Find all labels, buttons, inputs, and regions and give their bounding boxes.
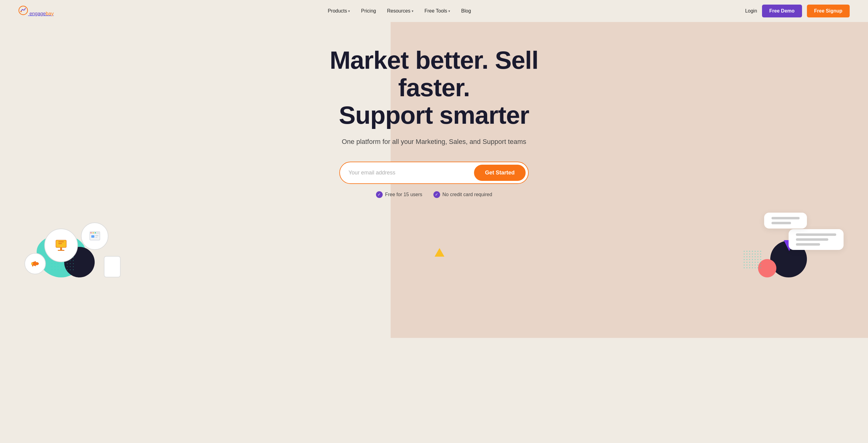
svg-rect-17 bbox=[31, 263, 33, 265]
check-icon: ✓ bbox=[376, 191, 383, 198]
logo-icon bbox=[18, 5, 28, 15]
svg-rect-4 bbox=[58, 243, 62, 244]
icon-circle-browser bbox=[81, 223, 108, 250]
svg-point-14 bbox=[95, 232, 96, 233]
svg-point-1 bbox=[21, 11, 22, 12]
teal-dots-right bbox=[743, 250, 761, 268]
speech-bubble-secondary bbox=[764, 213, 807, 229]
svg-rect-6 bbox=[58, 250, 64, 251]
nav-item-resources[interactable]: Resources ▾ bbox=[387, 8, 413, 14]
chevron-down-icon: ▾ bbox=[412, 9, 413, 13]
free-signup-button[interactable]: Free Signup bbox=[807, 5, 850, 18]
nav-links: Products ▾ Pricing Resources ▾ Free Tool… bbox=[328, 8, 471, 14]
small-rect-decoration bbox=[104, 256, 121, 277]
email-input[interactable] bbox=[348, 170, 474, 176]
navbar: engagebay Products ▾ Pricing Resources ▾… bbox=[0, 0, 868, 22]
check-icon: ✓ bbox=[433, 191, 440, 198]
chevron-down-icon: ▾ bbox=[448, 9, 450, 13]
svg-marker-15 bbox=[435, 248, 444, 257]
svg-rect-9 bbox=[91, 235, 94, 238]
badge-free-users: ✓ Free for 15 users bbox=[376, 191, 423, 198]
nav-actions: Login Free Demo Free Signup bbox=[745, 5, 850, 18]
nav-item-products[interactable]: Products ▾ bbox=[328, 8, 350, 14]
svg-rect-11 bbox=[95, 237, 97, 238]
badge-no-credit-card: ✓ No credit card required bbox=[433, 191, 492, 198]
icon-circle-presentation bbox=[44, 229, 78, 262]
svg-point-0 bbox=[19, 6, 28, 14]
hero-illustrations bbox=[0, 216, 868, 277]
presentation-icon-circle bbox=[44, 229, 78, 262]
chevron-down-icon: ▾ bbox=[348, 9, 350, 13]
nav-item-pricing[interactable]: Pricing bbox=[361, 8, 376, 14]
icon-circle-megaphone bbox=[25, 253, 46, 274]
browser-icon-circle bbox=[81, 223, 108, 250]
svg-rect-10 bbox=[95, 235, 98, 236]
free-demo-button[interactable]: Free Demo bbox=[762, 5, 802, 18]
get-started-button[interactable]: Get Started bbox=[474, 165, 526, 181]
svg-point-12 bbox=[90, 232, 92, 233]
nav-item-free-tools[interactable]: Free Tools ▾ bbox=[425, 8, 450, 14]
login-button[interactable]: Login bbox=[745, 8, 757, 14]
hero-subtitle: One platform for all your Marketing, Sal… bbox=[297, 138, 571, 146]
email-form: Get Started bbox=[339, 161, 529, 184]
hero-section: Market better. Sell faster. Support smar… bbox=[0, 22, 868, 443]
logo-engage: engage bbox=[29, 11, 45, 16]
logo[interactable]: engagebay bbox=[18, 5, 54, 17]
logo-text: engagebay bbox=[29, 11, 54, 16]
speech-bubble-right bbox=[788, 229, 843, 250]
svg-rect-3 bbox=[58, 241, 64, 242]
svg-point-13 bbox=[93, 232, 94, 233]
nav-item-blog[interactable]: Blog bbox=[461, 8, 471, 14]
hero-badges: ✓ Free for 15 users ✓ No credit card req… bbox=[297, 191, 571, 198]
hero-title: Market better. Sell faster. Support smar… bbox=[297, 47, 571, 129]
logo-bay: bay bbox=[46, 11, 54, 16]
triangle-yellow-decoration bbox=[434, 247, 445, 259]
svg-rect-18 bbox=[32, 265, 33, 266]
hero-content: Market better. Sell faster. Support smar… bbox=[297, 47, 571, 216]
